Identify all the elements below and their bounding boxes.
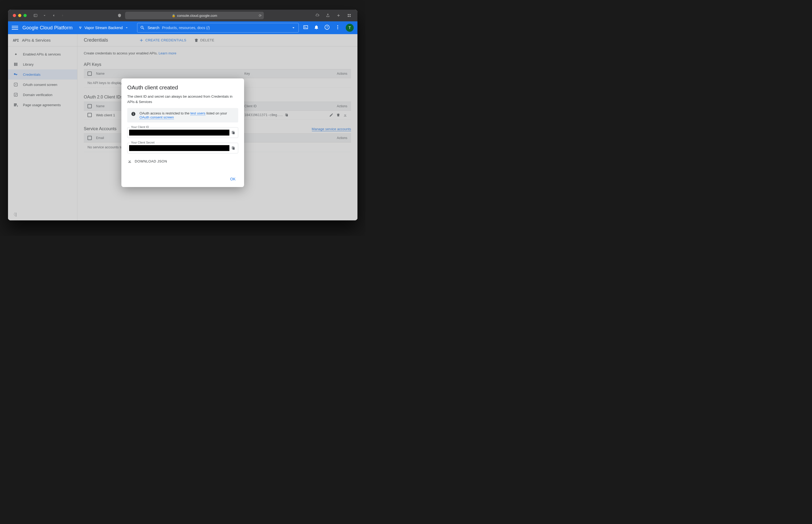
svg-point-9 xyxy=(81,27,82,28)
svg-rect-17 xyxy=(15,63,16,66)
close-window-button[interactable] xyxy=(13,14,16,17)
check-box-icon xyxy=(13,92,18,97)
trash-icon[interactable] xyxy=(336,113,341,117)
learn-more-link[interactable]: Learn more xyxy=(159,51,176,55)
browser-window: 🔒 console.cloud.google.com ⟳ Google Clou… xyxy=(8,10,358,220)
search-icon xyxy=(140,25,145,30)
back-button[interactable] xyxy=(50,12,57,19)
url-bar[interactable]: 🔒 console.cloud.google.com ⟳ xyxy=(125,12,264,19)
forward-button[interactable] xyxy=(59,12,66,19)
notifications-icon[interactable] xyxy=(314,24,319,31)
svg-point-10 xyxy=(80,28,81,29)
gcp-topbar: Google Cloud Platform Vapor Stream Backe… xyxy=(8,21,358,34)
col-actions: Actions xyxy=(325,104,351,108)
sidebar-item-label: Page usage agreements xyxy=(23,103,61,107)
platform-logo[interactable]: Google Cloud Platform xyxy=(22,25,72,31)
share-icon[interactable] xyxy=(325,12,331,19)
project-hex-icon xyxy=(79,26,82,30)
oauth-client-id: 184319611371-c8mg... xyxy=(244,113,283,117)
client-secret-value-redacted xyxy=(129,145,229,151)
svg-point-14 xyxy=(337,27,338,28)
sidebar-toggle-icon[interactable] xyxy=(32,12,39,19)
sidebar-item-label: Library xyxy=(23,62,34,66)
test-users-link[interactable]: test users xyxy=(190,111,205,116)
col-client-id: Client ID xyxy=(244,104,325,108)
col-key: Key xyxy=(244,72,325,76)
trash-icon xyxy=(194,38,199,43)
sidebar-item-label: Credentials xyxy=(23,72,40,77)
sidebar-item-oauth-consent[interactable]: OAuth consent screen xyxy=(8,80,77,89)
reload-icon[interactable]: ⟳ xyxy=(259,14,262,18)
search-bar[interactable]: Search Products, resources, docs (/) xyxy=(137,23,299,33)
search-placeholder: Products, resources, docs (/) xyxy=(162,26,288,30)
sidebar-item-credentials[interactable]: Credentials xyxy=(8,69,77,80)
svg-rect-4 xyxy=(348,14,349,15)
search-label: Search xyxy=(148,26,159,30)
client-id-field: Your Client ID xyxy=(127,127,238,138)
download-json-button[interactable]: DOWNLOAD JSON xyxy=(127,158,238,164)
more-icon[interactable] xyxy=(335,24,341,31)
chevron-down-icon[interactable] xyxy=(41,12,48,19)
download-icon[interactable] xyxy=(343,113,347,117)
svg-point-24 xyxy=(133,113,134,113)
client-id-label: Your Client ID xyxy=(130,126,150,129)
manage-service-accounts-link[interactable]: Manage service accounts xyxy=(312,127,351,131)
help-icon[interactable]: ? xyxy=(325,24,330,31)
key-icon xyxy=(13,72,18,77)
section-title-api-keys: API Keys xyxy=(84,62,351,67)
sidebar-header: API APIs & Services xyxy=(8,34,77,46)
delete-button[interactable]: DELETE xyxy=(194,38,214,43)
sidebar-item-page-usage[interactable]: Page usage agreements xyxy=(8,100,77,110)
copy-client-secret-button[interactable] xyxy=(231,146,236,150)
chevron-down-icon xyxy=(125,26,129,30)
svg-rect-18 xyxy=(17,63,17,66)
svg-rect-0 xyxy=(34,14,37,17)
cloud-shell-icon[interactable] xyxy=(303,24,308,31)
download-icon xyxy=(127,159,132,164)
collapse-sidebar-button[interactable]: 〈| xyxy=(10,211,18,218)
col-name: Name xyxy=(96,72,244,76)
shield-icon[interactable] xyxy=(116,12,123,19)
edit-icon[interactable] xyxy=(329,113,333,117)
plus-icon xyxy=(139,38,144,43)
api-badge-icon: API xyxy=(13,38,19,43)
create-credentials-button[interactable]: CREATE CREDENTIALS xyxy=(139,38,186,43)
api-keys-table-header: Name Key Actions xyxy=(84,69,351,78)
project-name: Vapor Stream Backend xyxy=(84,26,123,30)
svg-point-13 xyxy=(337,25,338,26)
svg-rect-6 xyxy=(348,16,349,17)
project-picker[interactable]: Vapor Stream Backend xyxy=(77,24,130,31)
sidebar-item-domain-verification[interactable]: Domain verification xyxy=(8,89,77,100)
svg-rect-16 xyxy=(14,63,15,66)
client-id-value-redacted xyxy=(129,130,229,135)
col-actions: Actions xyxy=(325,136,351,140)
svg-point-20 xyxy=(15,84,16,85)
avatar[interactable]: T xyxy=(346,24,354,32)
oauth-created-modal: OAuth client created The client ID and s… xyxy=(121,79,244,187)
checkbox[interactable] xyxy=(87,136,92,140)
svg-rect-21 xyxy=(14,93,17,96)
svg-point-15 xyxy=(337,28,338,29)
svg-rect-5 xyxy=(349,14,350,15)
modal-description: The client ID and secret can always be a… xyxy=(127,94,238,104)
tabs-overview-icon[interactable] xyxy=(346,12,353,19)
info-box: OAuth access is restricted to the test u… xyxy=(127,108,238,122)
ok-button[interactable]: OK xyxy=(228,175,238,183)
maximize-window-button[interactable] xyxy=(23,14,27,17)
copy-icon[interactable] xyxy=(285,113,289,117)
checkbox[interactable] xyxy=(87,71,92,76)
nav-menu-button[interactable] xyxy=(12,24,18,31)
sidebar-item-enabled-apis[interactable]: ✦ Enabled APIs & services xyxy=(8,49,77,59)
cloud-icon[interactable] xyxy=(314,12,321,19)
checkbox[interactable] xyxy=(87,113,92,117)
sidebar-item-library[interactable]: Library xyxy=(8,59,77,69)
checkbox[interactable] xyxy=(87,104,92,108)
client-secret-label: Your Client Secret xyxy=(130,141,155,144)
oauth-consent-link[interactable]: OAuth consent screen xyxy=(139,115,174,119)
copy-client-id-button[interactable] xyxy=(231,130,236,135)
browser-chrome: 🔒 console.cloud.google.com ⟳ xyxy=(8,10,358,21)
svg-point-8 xyxy=(79,27,80,28)
minimize-window-button[interactable] xyxy=(18,14,21,17)
new-tab-icon[interactable] xyxy=(335,12,342,19)
svg-rect-23 xyxy=(133,114,134,115)
